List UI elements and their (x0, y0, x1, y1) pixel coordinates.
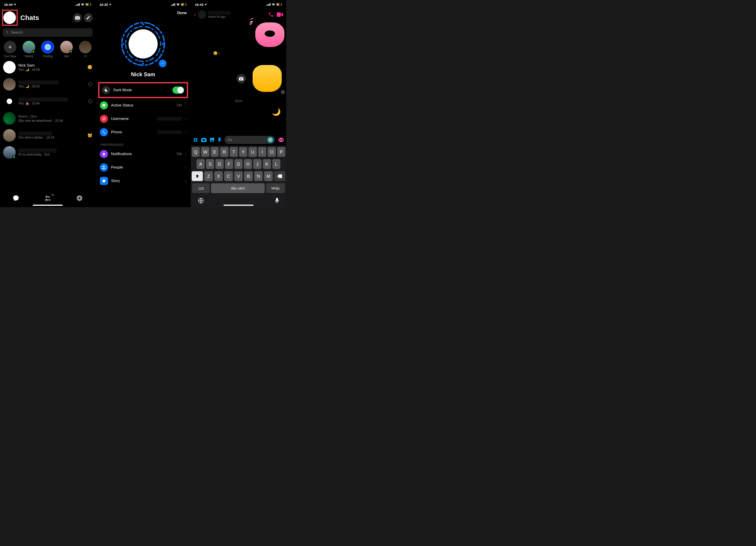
chat-row[interactable]: You sent a sticker. · 19:10 🐱 (0, 127, 95, 144)
key-f[interactable]: F (225, 159, 233, 169)
svg-point-38 (281, 139, 283, 140)
space-key[interactable]: dấu cách (211, 183, 265, 193)
svg-rect-2 (78, 4, 79, 6)
dark-mode-toggle[interactable] (172, 86, 184, 94)
story-item[interactable]: Vi (78, 41, 92, 58)
back-button[interactable]: ‹ (194, 11, 196, 18)
dictation-key[interactable] (275, 198, 279, 203)
setting-story[interactable]: Story › (97, 174, 189, 187)
key-i[interactable]: I (258, 147, 266, 157)
setting-notifications[interactable]: Notifications On › (97, 147, 189, 161)
shift-key[interactable] (192, 171, 203, 181)
setting-active-status[interactable]: Active Status On › (97, 99, 189, 112)
key-v[interactable]: V (234, 171, 243, 181)
setting-dark-mode[interactable]: Dark Mode (99, 83, 187, 97)
moon-message[interactable]: 🌙 (272, 108, 281, 116)
chat-row[interactable]: You: 💩 · 15:44 ✓ (0, 93, 95, 110)
svg-rect-27 (281, 4, 282, 5)
camera-bubble-button[interactable] (236, 74, 246, 83)
messenger-icon (159, 60, 166, 67)
key-r[interactable]: R (220, 147, 228, 157)
stories-row[interactable]: + Your Story Tommy Chường Min Vi (0, 39, 95, 59)
battery-icon (181, 3, 187, 6)
key-w[interactable]: W (201, 147, 209, 157)
tab-discover[interactable] (76, 195, 83, 201)
key-j[interactable]: J (253, 159, 261, 169)
story-item[interactable]: Min (60, 41, 73, 58)
setting-username[interactable]: @ Username › (97, 112, 189, 125)
key-e[interactable]: E (211, 147, 219, 157)
people-badge: 11 (52, 193, 54, 196)
compose-button[interactable] (84, 13, 93, 22)
story-item[interactable]: Chường (41, 41, 55, 58)
chevron-right-icon: › (185, 165, 186, 170)
globe-key[interactable] (198, 198, 204, 203)
contact-header[interactable]: Active 5h ago (198, 10, 265, 19)
home-indicator[interactable] (33, 205, 63, 206)
key-h[interactable]: H (244, 159, 252, 169)
key-t[interactable]: T (230, 147, 238, 157)
key-q[interactable]: Q (192, 147, 200, 157)
key-x[interactable]: X (214, 171, 223, 181)
key-b[interactable]: B (244, 171, 253, 181)
key-y[interactable]: Y (239, 147, 247, 157)
reaction-badge: 🐱 (87, 133, 92, 138)
svg-rect-3 (79, 3, 80, 6)
key-o[interactable]: O (268, 147, 276, 157)
setting-people[interactable]: People › (97, 161, 189, 174)
camera-button[interactable] (201, 138, 206, 142)
screen-conversation: 16:43 ‹ Active 5h ago 😄 + (191, 0, 286, 207)
key-n[interactable]: N (254, 171, 263, 181)
svg-point-18 (122, 43, 124, 45)
key-g[interactable]: G (234, 159, 243, 169)
keyboard-row-4: 123 dấu cách Nhập (192, 183, 285, 193)
setting-phone[interactable]: Phone › (97, 125, 189, 139)
chevron-right-icon: › (185, 179, 186, 183)
key-k[interactable]: K (263, 159, 271, 169)
key-p[interactable]: P (277, 147, 285, 157)
enter-key[interactable]: Nhập (266, 183, 285, 193)
tab-chats[interactable] (13, 195, 19, 201)
done-button[interactable]: Done (177, 11, 187, 15)
apps-button[interactable] (193, 137, 198, 142)
numbers-key[interactable]: 123 (192, 183, 210, 193)
messenger-code[interactable] (118, 19, 168, 69)
key-c[interactable]: C (224, 171, 233, 181)
key-l[interactable]: L (272, 159, 280, 169)
chat-row[interactable]: Manh, Qhs Qhs sent an attachment. · 22:4… (0, 110, 95, 127)
search-input[interactable]: Search (3, 28, 93, 37)
video-call-button[interactable] (277, 12, 283, 17)
sticker-yellow-pig[interactable] (253, 65, 282, 92)
audio-call-button[interactable] (268, 12, 274, 17)
svg-rect-21 (266, 5, 267, 6)
key-z[interactable]: Z (204, 171, 213, 181)
key-m[interactable]: M (264, 171, 273, 181)
story-item[interactable]: Tommy (22, 41, 36, 58)
key-d[interactable]: D (215, 159, 223, 169)
home-indicator[interactable] (223, 205, 253, 206)
tab-people[interactable]: 11 (44, 195, 51, 201)
key-u[interactable]: U (249, 147, 257, 157)
gallery-button[interactable] (210, 137, 215, 142)
like-button[interactable] (278, 137, 284, 142)
chat-list[interactable]: Nick Sam You: 🌙 · 16:28 😊 You: 🌙 · 16:24… (0, 59, 95, 192)
svg-point-31 (194, 140, 195, 142)
reaction-bar[interactable]: 😄 + (213, 51, 220, 55)
message-thread[interactable]: 😄 + 16:24 🌙 (191, 20, 286, 134)
chevron-right-icon: › (185, 152, 186, 156)
chat-icon (13, 195, 19, 201)
key-a[interactable]: A (197, 159, 205, 169)
camera-button[interactable] (73, 13, 82, 22)
voice-button[interactable] (218, 137, 221, 142)
key-s[interactable]: S (206, 159, 214, 169)
message-input[interactable]: Aa 😊 (224, 136, 275, 144)
chat-row[interactable]: Nick Sam You: 🌙 · 16:28 😊 (0, 59, 95, 76)
backspace-key[interactable] (274, 171, 285, 181)
chat-row[interactable]: I'll no work today · Sun (0, 144, 95, 161)
sticker-pink-pig[interactable] (255, 22, 284, 47)
emoji-button[interactable]: 😊 (267, 137, 273, 143)
svg-point-19 (162, 43, 164, 45)
chat-row[interactable]: You: 🌙 · 16:24 ✓ (0, 76, 95, 93)
your-story-add[interactable]: + Your Story (3, 41, 17, 58)
profile-avatar-button[interactable] (3, 11, 16, 24)
